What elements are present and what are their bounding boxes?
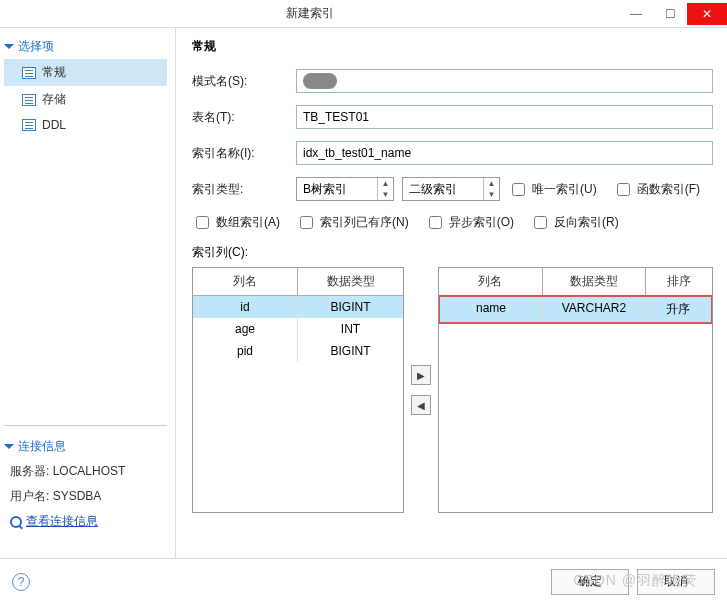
panel-heading: 常规 [192,38,713,55]
index-columns-label: 索引列(C): [192,244,713,261]
selected-columns-grid[interactable]: 列名 数据类型 排序 name VARCHAR2 升序 [438,267,713,513]
sidebar: 选择项 常规 存储 DDL 连接信息 服务器: LOCALHOST 用户名: S… [0,28,176,558]
schema-label: 模式名(S): [192,73,288,90]
table-row[interactable]: name VARCHAR2 升序 [440,297,711,322]
sidebar-item-ddl[interactable]: DDL [4,113,167,137]
reverse-index-checkbox[interactable]: 反向索引(R) [530,213,619,232]
titlebar: 新建索引 — ☐ ✕ [0,0,727,28]
caret-down-icon [4,444,14,449]
col-header-type: 数据类型 [543,268,647,295]
schema-chip-icon [303,73,337,89]
caret-down-icon [4,44,14,49]
remove-column-button[interactable]: ◀ [411,395,431,415]
sorted-col-checkbox[interactable]: 索引列已有序(N) [296,213,409,232]
dialog-footer: ? 确定 取消 [0,558,727,604]
col-header-type: 数据类型 [298,268,403,295]
page-icon [22,94,36,106]
col-header-name: 列名 [439,268,543,295]
table-row[interactable]: id BIGINT [193,296,403,318]
schema-input[interactable] [296,69,713,93]
sidebar-item-general[interactable]: 常规 [4,59,167,86]
available-columns-grid[interactable]: 列名 数据类型 id BIGINT age INT pid BIGINT [192,267,404,513]
minimize-button[interactable]: — [619,3,653,25]
cancel-button[interactable]: 取消 [637,569,715,595]
page-icon [22,67,36,79]
close-button[interactable]: ✕ [687,3,727,25]
sidebar-item-label: 存储 [42,91,66,108]
unique-index-checkbox[interactable]: 唯一索引(U) [508,180,597,199]
col-header-order: 排序 [646,268,712,295]
help-icon[interactable]: ? [12,573,30,591]
sidebar-item-label: DDL [42,118,66,132]
table-row[interactable]: pid BIGINT [193,340,403,362]
maximize-button[interactable]: ☐ [653,3,687,25]
table-label: 表名(T): [192,109,288,126]
col-header-name: 列名 [193,268,298,295]
main-panel: 常规 模式名(S): 表名(T): 索引名称(I): 索引类型: B树索引 ▲▼… [176,28,727,558]
table-row[interactable]: age INT [193,318,403,340]
sidebar-section-conninfo[interactable]: 连接信息 [4,434,167,459]
index-name-input[interactable] [296,141,713,165]
sidebar-item-label: 常规 [42,64,66,81]
index-level-select[interactable]: 二级索引 ▲▼ [402,177,500,201]
search-icon [10,516,22,528]
spinner-arrows-icon: ▲▼ [377,178,393,200]
indexname-label: 索引名称(I): [192,145,288,162]
array-index-checkbox[interactable]: 数组索引(A) [192,213,280,232]
add-column-button[interactable]: ▶ [411,365,431,385]
view-connection-link[interactable]: 查看连接信息 [4,509,167,534]
table-input[interactable] [296,105,713,129]
sidebar-section-options[interactable]: 选择项 [4,34,167,59]
index-type-select[interactable]: B树索引 ▲▼ [296,177,394,201]
window-title: 新建索引 [0,5,619,22]
sidebar-item-storage[interactable]: 存储 [4,86,167,113]
function-index-checkbox[interactable]: 函数索引(F) [613,180,700,199]
async-index-checkbox[interactable]: 异步索引(O) [425,213,514,232]
conn-server: 服务器: LOCALHOST [4,459,167,484]
spinner-arrows-icon: ▲▼ [483,178,499,200]
indextype-label: 索引类型: [192,181,288,198]
page-icon [22,119,36,131]
conn-user: 用户名: SYSDBA [4,484,167,509]
ok-button[interactable]: 确定 [551,569,629,595]
